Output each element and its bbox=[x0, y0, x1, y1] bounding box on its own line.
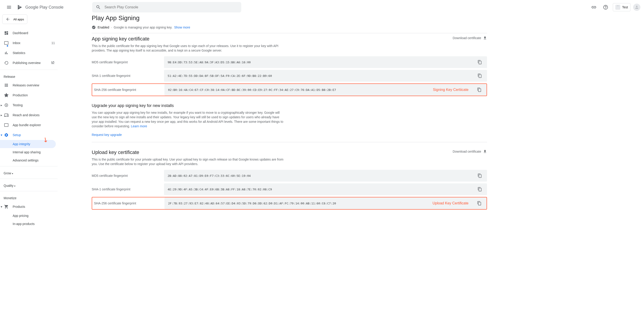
copy-upload-md5-button[interactable] bbox=[476, 172, 484, 180]
caret-down-icon: ▾ bbox=[0, 133, 3, 137]
download-icon bbox=[483, 149, 487, 154]
sha256-value-wrap: 02:B0:16:4A:C4:67:CF:C0:38:14:0A:CF:BD:B… bbox=[164, 84, 486, 96]
caret-icon: ▸ bbox=[0, 103, 3, 107]
upload-sha1-row: SHA-1 certificate fingerprint 4E:29:9D:4… bbox=[92, 183, 487, 195]
copy-icon bbox=[478, 173, 482, 178]
quality-section-title[interactable]: Quality ▾ bbox=[0, 181, 58, 189]
nav-releases-overview[interactable]: Releases overview bbox=[0, 80, 58, 90]
upload-sha256-label: SHA-256 certificate fingerprint bbox=[92, 201, 164, 205]
signing-sha1-row: SHA-1 certificate fingerprint 51:A2:4E:7… bbox=[92, 70, 487, 82]
nav-app-integrity[interactable]: App integrity bbox=[0, 140, 56, 148]
upload-md5-value-wrap: 2B:AD:88:02:A7:81:D9:E0:F7:C3:33:6C:60:5… bbox=[164, 170, 487, 182]
inbox-count: 11 bbox=[51, 41, 55, 45]
nav-setup[interactable]: ▾ Setup bbox=[0, 130, 58, 140]
show-more-link[interactable]: Show more bbox=[174, 26, 190, 29]
nav-section-quality: Quality ▾ bbox=[0, 179, 58, 191]
upload-sha256-value: 2F:7B:93:27:93:E7:82:48:AD:64:57:EE:D4:0… bbox=[168, 202, 336, 205]
md5-value: 9B:E4:DD:73:53:5E:A8:9A:3F:A3:D5:15:B8:A… bbox=[168, 61, 251, 64]
sync-off-icon bbox=[51, 61, 55, 65]
upload-cert-header: Upload key certificate This is the publi… bbox=[92, 149, 487, 170]
help-button[interactable] bbox=[601, 3, 610, 12]
release-section-title: Release bbox=[0, 72, 58, 80]
app-icon bbox=[615, 5, 620, 10]
signing-md5-row: MD5 certificate fingerprint 9B:E4:DD:73:… bbox=[92, 56, 487, 68]
nav-advanced-settings[interactable]: Advanced settings bbox=[0, 156, 58, 164]
menu-button[interactable] bbox=[4, 2, 14, 13]
nav-section-monetize: Monetize ▾ Products App pricing In-app p… bbox=[0, 191, 58, 220]
copy-sha256-button[interactable] bbox=[475, 86, 484, 94]
download-signing-cert[interactable]: Download certificate bbox=[453, 36, 487, 40]
managing-text: Google is managing your app signing key. bbox=[114, 26, 172, 29]
user-avatar[interactable] bbox=[633, 4, 640, 11]
upload-sha1-value-wrap: 4E:29:9D:4F:A5:3B:C4:4F:E0:6B:3B:A8:FF:1… bbox=[164, 183, 487, 195]
md5-value-wrap: 9B:E4:DD:73:53:5E:A8:9A:3F:A3:D5:15:B8:A… bbox=[164, 56, 487, 68]
app-name: Test bbox=[622, 6, 628, 9]
gear-icon bbox=[4, 132, 9, 138]
nav-dashboard[interactable]: Dashboard bbox=[0, 28, 58, 38]
all-apps-button[interactable]: All apps bbox=[2, 15, 27, 24]
logo[interactable]: Google Play Console bbox=[14, 5, 64, 10]
bundle-icon bbox=[4, 122, 9, 128]
enabled-label: Enabled bbox=[98, 26, 109, 29]
signing-cert-header: App signing key certificate This is the … bbox=[92, 36, 487, 56]
upload-sha1-label: SHA-1 certificate fingerprint bbox=[92, 187, 164, 191]
notification-dot bbox=[7, 45, 8, 47]
nav-app-pricing[interactable]: App pricing bbox=[0, 212, 58, 220]
nav-products[interactable]: ▾ Products bbox=[0, 202, 58, 212]
caret-down-icon: ▾ bbox=[0, 205, 3, 208]
copy-icon bbox=[478, 74, 482, 78]
publishing-icon bbox=[4, 60, 9, 66]
nav-section-grow: Grow ▾ bbox=[0, 166, 58, 179]
upload-sha256-value-wrap: 2F:7B:93:27:93:E7:82:48:AD:64:57:EE:D4:0… bbox=[164, 197, 486, 209]
sidebar: All apps Dashboard Inbox 11 Statistics P… bbox=[0, 15, 58, 220]
cart-icon bbox=[4, 204, 9, 209]
nav-inbox[interactable]: Inbox 11 bbox=[0, 38, 58, 48]
nav-statistics[interactable]: Statistics bbox=[0, 48, 58, 58]
nav-publishing-overview[interactable]: Publishing overview bbox=[0, 58, 58, 68]
inbox-icon bbox=[4, 40, 9, 46]
copy-upload-sha256-button[interactable] bbox=[475, 199, 484, 207]
sha1-label: SHA-1 certificate fingerprint bbox=[92, 74, 164, 78]
upload-annotation: Upload Key Certificate bbox=[432, 201, 468, 205]
upload-cert-desc: This is the public certificate for your … bbox=[92, 157, 284, 166]
sha256-label: SHA-256 certificate fingerprint bbox=[92, 88, 164, 92]
copy-icon bbox=[478, 60, 482, 65]
learn-more-link[interactable]: Learn more bbox=[131, 124, 147, 128]
status-row: Enabled · Google is managing your app si… bbox=[92, 25, 487, 33]
play-console-icon bbox=[16, 5, 24, 10]
svg-marker-4 bbox=[6, 105, 7, 106]
upgrade-desc: You can upgrade your app signing key for… bbox=[92, 110, 284, 128]
nav-production[interactable]: Production bbox=[0, 90, 58, 100]
upload-md5-label: MD5 certificate fingerprint bbox=[92, 174, 164, 177]
download-upload-cert[interactable]: Download certificate bbox=[453, 149, 487, 154]
all-apps-label: All apps bbox=[13, 18, 24, 21]
nav-in-app-products[interactable]: In-app products bbox=[0, 220, 58, 220]
app-selector[interactable]: Test bbox=[613, 3, 630, 11]
header-right: Test bbox=[589, 3, 640, 12]
link-icon bbox=[591, 5, 596, 10]
request-key-upgrade-link[interactable]: Request key upgrade bbox=[92, 133, 122, 137]
nav-testing[interactable]: ▸ Testing bbox=[0, 100, 58, 110]
upload-md5-row: MD5 certificate fingerprint 2B:AD:88:02:… bbox=[92, 170, 487, 182]
search-box[interactable] bbox=[92, 2, 241, 13]
nav-reach-devices[interactable]: ▸ Reach and devices bbox=[0, 110, 58, 120]
copy-md5-button[interactable] bbox=[476, 58, 484, 66]
link-button[interactable] bbox=[589, 3, 598, 12]
nav-internal-sharing[interactable]: Internal app sharing bbox=[0, 148, 58, 156]
devices-icon bbox=[4, 112, 9, 118]
upgrade-section: Upgrade your app signing key for new ins… bbox=[92, 103, 487, 142]
svg-rect-1 bbox=[18, 6, 20, 7]
sha1-value-wrap: 51:A2:4E:7D:55:DD:DA:8F:5B:DF:5A:F0:CA:2… bbox=[164, 70, 487, 82]
arrow-back-icon bbox=[6, 17, 10, 22]
md5-label: MD5 certificate fingerprint bbox=[92, 60, 164, 64]
search-input[interactable] bbox=[104, 5, 238, 9]
help-icon bbox=[603, 5, 608, 10]
monetize-section-title: Monetize bbox=[0, 193, 58, 202]
app-header: Google Play Console Test bbox=[0, 0, 644, 15]
copy-sha1-button[interactable] bbox=[476, 72, 484, 80]
grow-section-title[interactable]: Grow ▾ bbox=[0, 168, 58, 177]
copy-upload-sha1-button[interactable] bbox=[476, 185, 484, 193]
nav-app-bundle[interactable]: App bundle explorer bbox=[0, 120, 58, 130]
page-title: Play App Signing bbox=[92, 15, 487, 22]
upload-md5-value: 2B:AD:88:02:A7:81:D9:E0:F7:C3:33:6C:60:5… bbox=[168, 174, 251, 177]
